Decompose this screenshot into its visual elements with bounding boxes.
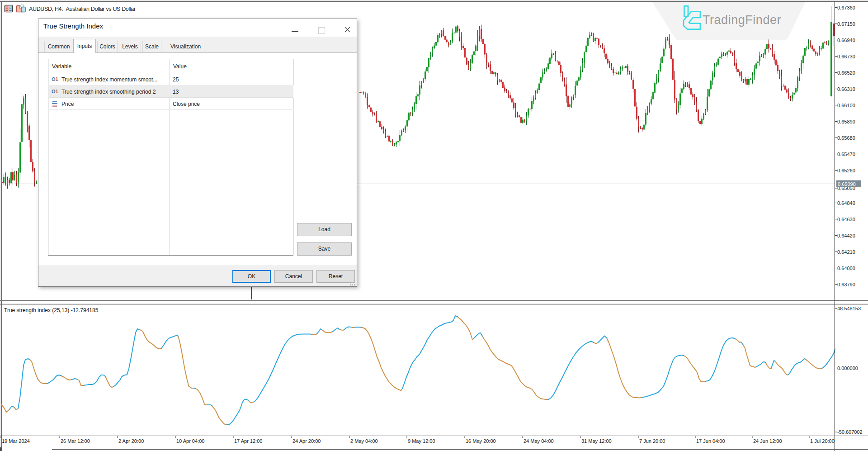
svg-text:17 Jun 04:00: 17 Jun 04:00 bbox=[696, 438, 725, 444]
svg-text:1 Jul 20:00: 1 Jul 20:00 bbox=[810, 438, 835, 444]
svg-text:0.66100: 0.66100 bbox=[837, 103, 855, 108]
svg-text:7 Jun 20:00: 7 Jun 20:00 bbox=[639, 438, 665, 444]
svg-text:48.548153: 48.548153 bbox=[837, 306, 861, 311]
svg-text:0.66940: 0.66940 bbox=[837, 38, 855, 43]
svg-text:9 May 12:00: 9 May 12:00 bbox=[408, 438, 435, 444]
svg-text:24 Apr 20:00: 24 Apr 20:00 bbox=[292, 438, 321, 444]
svg-text:0.64630: 0.64630 bbox=[837, 217, 855, 222]
svg-text:0.67360: 0.67360 bbox=[837, 5, 855, 10]
svg-text:24 May 04:00: 24 May 04:00 bbox=[524, 438, 554, 444]
svg-text:0.64210: 0.64210 bbox=[837, 249, 855, 255]
svg-text:0.66310: 0.66310 bbox=[837, 86, 855, 92]
svg-text:0.64840: 0.64840 bbox=[837, 200, 855, 206]
svg-text:0.65470: 0.65470 bbox=[837, 152, 855, 157]
svg-text:0.65260: 0.65260 bbox=[837, 168, 855, 173]
svg-text:0.64000: 0.64000 bbox=[837, 266, 855, 271]
svg-text:0.65098: 0.65098 bbox=[838, 181, 856, 187]
svg-text:0.66520: 0.66520 bbox=[837, 70, 855, 76]
svg-text:0.65890: 0.65890 bbox=[837, 119, 855, 124]
svg-text:2 May 04:00: 2 May 04:00 bbox=[350, 438, 378, 444]
svg-text:16 May 20:00: 16 May 20:00 bbox=[466, 438, 496, 444]
svg-text:24 Jun 12:00: 24 Jun 12:00 bbox=[753, 438, 782, 444]
svg-text:-50.607002: -50.607002 bbox=[837, 429, 863, 435]
svg-text:0.65680: 0.65680 bbox=[837, 135, 855, 141]
svg-text:10 Apr 04:00: 10 Apr 04:00 bbox=[176, 438, 204, 444]
svg-text:19 Mar 2024: 19 Mar 2024 bbox=[2, 438, 30, 444]
svg-text:31 May 12:00: 31 May 12:00 bbox=[581, 438, 612, 444]
svg-text:0.000000: 0.000000 bbox=[837, 366, 858, 371]
svg-text:0.66730: 0.66730 bbox=[837, 54, 855, 59]
svg-text:26 Mar 12:00: 26 Mar 12:00 bbox=[61, 438, 90, 444]
svg-text:2 Apr 20:00: 2 Apr 20:00 bbox=[118, 438, 144, 444]
svg-text:0.64420: 0.64420 bbox=[837, 233, 855, 238]
svg-text:0.63790: 0.63790 bbox=[837, 282, 855, 287]
svg-text:17 Apr 12:00: 17 Apr 12:00 bbox=[234, 438, 262, 444]
svg-text:0.67150: 0.67150 bbox=[837, 21, 855, 27]
